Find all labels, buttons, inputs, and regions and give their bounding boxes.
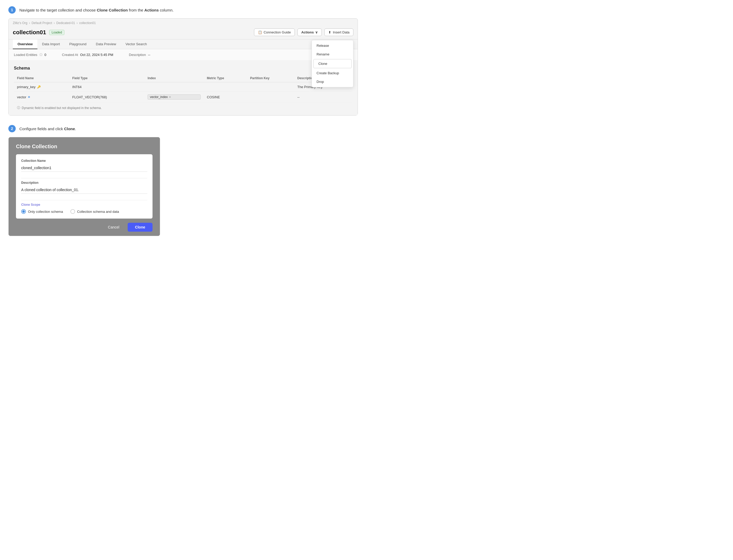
radio-schema-and-data-circle — [70, 209, 75, 214]
schema-section: Schema </> View Code Field Name Field Ty… — [9, 61, 357, 115]
description-label: Description — [129, 53, 146, 57]
clone-scope-label: Clone Scope — [21, 203, 147, 207]
schema-header: Schema </> View Code — [14, 66, 352, 71]
breadcrumb-project: Default Project — [32, 21, 52, 25]
collection-name-label: Collection Name — [21, 159, 147, 163]
field-type-vector: FLOAT_VECTOR(768) — [69, 92, 144, 102]
guide-icon: 📋 — [258, 30, 262, 34]
vector-icon: ❖ — [28, 95, 30, 99]
info-row: Loaded Entities ⓘ 0 Created At Oct 22, 2… — [9, 49, 357, 61]
breadcrumb-org: Zilliz's Org — [13, 21, 27, 25]
col-partition-key: Partition Key — [247, 74, 294, 82]
info-icon: ⓘ — [39, 53, 42, 57]
col-metric-type: Metric Type — [204, 74, 247, 82]
form-divider2 — [21, 200, 147, 200]
field-name-vector: vector ❖ — [14, 92, 69, 102]
info-circle-icon: ⓘ — [17, 106, 20, 110]
cancel-button[interactable]: Cancel — [104, 223, 124, 231]
tab-overview[interactable]: Overview — [13, 39, 37, 49]
connection-guide-button[interactable]: 📋 Connection Guide — [254, 28, 295, 36]
description-label: Description — [21, 181, 147, 185]
key-icon: 🔑 — [37, 85, 41, 89]
loaded-entities-item: Loaded Entities ⓘ 0 — [14, 53, 46, 57]
step2-text: Configure fields and click Clone. — [19, 127, 76, 131]
radio-schema-only[interactable]: Only collection schema — [21, 209, 63, 214]
collection-name-input[interactable] — [21, 164, 147, 172]
step1-intro: 1 Navigate to the target collection and … — [8, 6, 358, 14]
desc-vector: -- — [294, 92, 352, 102]
step2-intro: 2 Configure fields and click Clone. — [8, 125, 358, 132]
tab-data-import[interactable]: Data Import — [37, 39, 65, 49]
breadcrumb-sep1: › — [29, 21, 30, 25]
tab-vector-search[interactable]: Vector Search — [121, 39, 152, 49]
schema-table: Field Name Field Type Index Metric Type … — [14, 74, 352, 102]
radio-schema-only-label: Only collection schema — [28, 210, 63, 214]
table-row: vector ❖ FLOAT_VECTOR(768) vector_index … — [14, 92, 352, 102]
partition-vector — [247, 92, 294, 102]
table-header-row: Field Name Field Type Index Metric Type … — [14, 74, 352, 82]
menu-item-release[interactable]: Release — [312, 41, 353, 50]
actions-button[interactable]: Actions ∨ — [297, 28, 322, 36]
description-value: -- — [148, 53, 150, 57]
menu-item-clone[interactable]: Clone — [313, 59, 351, 68]
radio-schema-and-data[interactable]: Collection schema and data — [70, 209, 119, 214]
step1-circle: 1 — [8, 6, 16, 14]
schema-title: Schema — [14, 66, 30, 71]
breadcrumb-cluster: Dedicated-01 — [56, 21, 75, 25]
dynamic-field-note: ⓘ Dynamic field is enabled but not displ… — [14, 102, 352, 110]
menu-item-backup[interactable]: Create Backup — [312, 69, 353, 77]
step1-text: Navigate to the target collection and ch… — [19, 8, 173, 12]
metric-vector: COSINE — [204, 92, 247, 102]
clone-dialog-title: Clone Collection — [16, 144, 152, 150]
tab-data-preview[interactable]: Data Preview — [91, 39, 121, 49]
insert-icon: ⬆ — [328, 30, 331, 34]
clone-form: Collection Name Description Clone Scope … — [16, 154, 152, 219]
collection-panel: Zilliz's Org › Default Project › Dedicat… — [8, 18, 358, 116]
insert-data-button[interactable]: ⬆ Insert Data — [324, 28, 353, 36]
metric-primary — [204, 82, 247, 92]
index-vector: vector_index ✕ — [144, 92, 204, 102]
partition-primary — [247, 82, 294, 92]
remove-index-button[interactable]: ✕ — [169, 95, 171, 99]
field-type-primary: INT64 — [69, 82, 144, 92]
tab-playground[interactable]: Playground — [65, 39, 91, 49]
actions-dropdown: Release Rename Clone Create Backup Drop — [311, 40, 353, 87]
form-divider — [21, 178, 147, 178]
menu-item-rename[interactable]: Rename — [312, 50, 353, 59]
table-row: primary_key 🔑 INT64 The Primary Key — [14, 82, 352, 92]
collection-header: collection01 Loaded 📋 Connection Guide A… — [9, 26, 357, 39]
field-name-primary: primary_key 🔑 — [14, 82, 69, 92]
chevron-down-icon: ∨ — [315, 30, 318, 34]
clone-scope-radio-group: Only collection schema Collection schema… — [21, 209, 147, 214]
clone-dialog-panel: Clone Collection Collection Name Descrip… — [8, 137, 160, 236]
breadcrumb-sep2: › — [54, 21, 55, 25]
clone-button[interactable]: Clone — [128, 223, 152, 232]
dialog-footer: Cancel Clone — [9, 219, 160, 236]
col-field-type: Field Type — [69, 74, 144, 82]
entities-label: Loaded Entities — [14, 53, 37, 57]
step2-circle: 2 — [8, 125, 16, 132]
menu-item-drop[interactable]: Drop — [312, 77, 353, 86]
index-primary — [144, 82, 204, 92]
breadcrumb-collection: collection01 — [79, 21, 96, 25]
col-index: Index — [144, 74, 204, 82]
created-label: Created At — [62, 53, 78, 57]
header-actions: 📋 Connection Guide Actions ∨ ⬆ Insert Da… — [254, 28, 353, 36]
entities-value: 0 — [44, 53, 46, 57]
created-value: Oct 22, 2024 5:45 PM — [80, 53, 113, 57]
col-field-name: Field Name — [14, 74, 69, 82]
loaded-badge: Loaded — [49, 30, 64, 35]
radio-schema-only-circle — [21, 209, 26, 214]
radio-schema-and-data-label: Collection schema and data — [77, 210, 119, 214]
tab-bar: Overview Data Import Playground Data Pre… — [9, 39, 357, 49]
breadcrumb-sep3: › — [77, 21, 78, 25]
created-at-item: Created At Oct 22, 2024 5:45 PM — [62, 53, 113, 57]
index-tag-label: vector_index — [150, 95, 168, 99]
collection-title: collection01 — [13, 29, 46, 36]
clone-dialog: Clone Collection Collection Name Descrip… — [9, 137, 160, 219]
vector-label: vector — [17, 95, 26, 99]
description-item: Description -- — [129, 53, 150, 57]
description-input[interactable] — [21, 186, 147, 194]
primary-key-label: primary_key — [17, 85, 36, 89]
breadcrumb: Zilliz's Org › Default Project › Dedicat… — [9, 19, 357, 26]
